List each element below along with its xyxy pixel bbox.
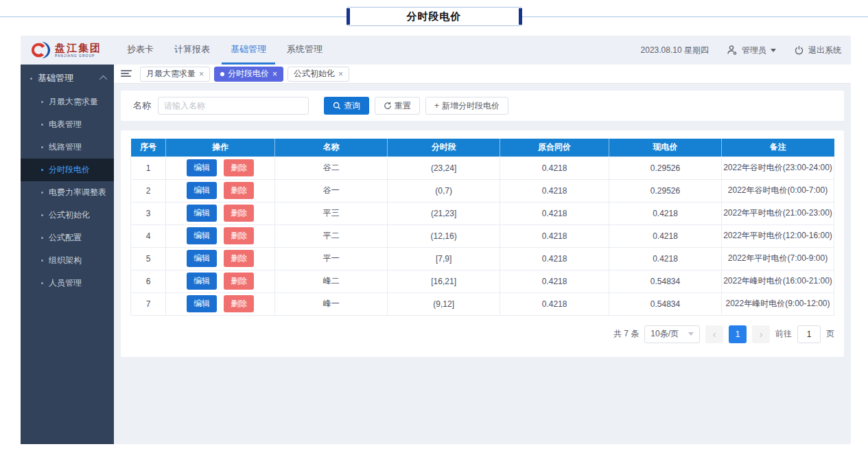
sidebar-item-label: 电表管理 bbox=[49, 119, 82, 130]
sidebar-item-formula-config[interactable]: 公式配置 bbox=[21, 227, 114, 249]
banner-bar-left bbox=[347, 8, 350, 25]
name-search-input[interactable] bbox=[158, 97, 309, 115]
page-size-select[interactable]: 10条/页 bbox=[644, 325, 700, 343]
col-name: 名称 bbox=[275, 139, 388, 157]
edit-button[interactable]: 编辑 bbox=[187, 205, 217, 222]
sidebar-item-label: 分时段电价 bbox=[49, 164, 90, 176]
query-button[interactable]: 查询 bbox=[324, 97, 369, 115]
sidebar-item-personnel-management[interactable]: 人员管理 bbox=[21, 272, 114, 294]
total-count: 共 7 条 bbox=[613, 328, 639, 340]
logout-button[interactable]: 退出系统 bbox=[794, 45, 841, 56]
tab-label: 分时段电价 bbox=[228, 68, 269, 80]
row-current-price: 0.4218 bbox=[609, 202, 722, 224]
tab-monthly-max-demand[interactable]: 月最大需求量 × bbox=[140, 67, 210, 82]
close-icon[interactable]: × bbox=[199, 69, 204, 79]
prev-page-button[interactable]: ‹ bbox=[705, 325, 723, 343]
active-dot-icon bbox=[220, 72, 224, 76]
tab-time-of-use-price[interactable]: 分时段电价 × bbox=[214, 67, 283, 82]
row-name: 谷一 bbox=[275, 179, 388, 202]
refresh-icon bbox=[384, 102, 392, 110]
delete-button[interactable]: 删除 bbox=[224, 295, 254, 312]
close-icon[interactable]: × bbox=[338, 69, 343, 79]
sidebar-group-basic-management[interactable]: 基础管理 bbox=[21, 66, 114, 91]
tab-label: 公式初始化 bbox=[294, 68, 335, 80]
close-icon[interactable]: × bbox=[272, 69, 277, 79]
plus-icon: + bbox=[434, 101, 439, 111]
row-remark: 2022年平时电价(7:00-9:00) bbox=[722, 247, 834, 270]
edit-button[interactable]: 编辑 bbox=[187, 227, 217, 244]
edit-button[interactable]: 编辑 bbox=[187, 159, 217, 176]
sidebar-item-formula-init[interactable]: 公式初始化 bbox=[21, 204, 114, 227]
user-name: 管理员 bbox=[742, 45, 766, 56]
main-area: 基础管理 月最大需求量 电表管理 线路管理 分时段电价 电费力率调整表 公式初始… bbox=[21, 65, 851, 444]
search-panel: 名称 查询 bbox=[121, 91, 844, 121]
caret-down-icon bbox=[688, 332, 694, 336]
row-actions: 编辑删除 bbox=[166, 179, 275, 202]
edit-button[interactable]: 编辑 bbox=[187, 182, 217, 199]
page-title: 分时段电价 bbox=[407, 10, 462, 23]
table-row: 1 编辑删除 谷二 (23,24] 0.4218 0.29526 2022年谷时… bbox=[131, 157, 834, 179]
row-remark: 2022年谷时电价(23:00-24:00) bbox=[722, 157, 834, 179]
edit-button[interactable]: 编辑 bbox=[187, 295, 217, 312]
delete-button[interactable]: 删除 bbox=[224, 182, 254, 199]
row-name: 峰一 bbox=[275, 292, 388, 315]
user-menu[interactable]: 管理员 bbox=[727, 45, 776, 56]
sidebar-item-meter-management[interactable]: 电表管理 bbox=[21, 113, 114, 136]
add-time-price-button[interactable]: + 新增分时段电价 bbox=[425, 97, 508, 115]
table-row: 6 编辑删除 峰二 [16,21] 0.4218 0.54834 2022年峰时… bbox=[131, 270, 834, 292]
bullet-dot-icon bbox=[41, 101, 43, 103]
sidebar-item-org-structure[interactable]: 组织架构 bbox=[21, 249, 114, 272]
sidebar-item-monthly-max-demand[interactable]: 月最大需求量 bbox=[21, 91, 114, 113]
delete-button[interactable]: 删除 bbox=[224, 227, 254, 244]
sidebar-item-line-management[interactable]: 线路管理 bbox=[21, 136, 114, 159]
bullet-dot-icon bbox=[41, 259, 43, 262]
chevron-up-icon bbox=[99, 76, 107, 83]
sidebar-item-power-factor-adjustment[interactable]: 电费力率调整表 bbox=[21, 181, 114, 204]
delete-button[interactable]: 删除 bbox=[224, 159, 254, 176]
next-page-button[interactable]: › bbox=[752, 325, 770, 343]
bullet-dot-icon bbox=[41, 124, 43, 126]
price-table: 序号 操作 名称 分时段 原合同价 现电价 备注 1 bbox=[130, 139, 834, 316]
delete-button[interactable]: 删除 bbox=[224, 205, 254, 222]
bullet-dot-icon bbox=[41, 169, 43, 171]
page-number-1[interactable]: 1 bbox=[729, 325, 747, 343]
banner-line-left bbox=[0, 16, 347, 17]
edit-button[interactable]: 编辑 bbox=[187, 250, 217, 267]
row-index: 4 bbox=[131, 224, 166, 247]
nav-system-management[interactable]: 系统管理 bbox=[278, 36, 331, 65]
bullet-dot-icon bbox=[41, 146, 43, 148]
nav-basic-management[interactable]: 基础管理 bbox=[222, 36, 275, 65]
sidebar-item-time-of-use-price[interactable]: 分时段电价 bbox=[21, 159, 114, 181]
nav-meter-card[interactable]: 抄表卡 bbox=[118, 36, 163, 65]
nav-calc-report[interactable]: 计算报表 bbox=[165, 36, 219, 65]
table-row: 3 编辑删除 平三 (21,23] 0.4218 0.4218 2022年平时电… bbox=[131, 202, 834, 224]
delete-button[interactable]: 删除 bbox=[224, 273, 254, 290]
delete-button[interactable]: 删除 bbox=[224, 250, 254, 267]
sidebar-item-label: 公式配置 bbox=[49, 232, 82, 244]
row-index: 1 bbox=[131, 157, 166, 179]
row-index: 2 bbox=[131, 179, 166, 202]
row-index: 6 bbox=[131, 270, 166, 292]
row-period: [16,21] bbox=[388, 270, 500, 292]
reset-button[interactable]: 重置 bbox=[375, 97, 420, 115]
nav-label: 系统管理 bbox=[287, 43, 322, 56]
tab-formula-init[interactable]: 公式初始化 × bbox=[288, 67, 349, 82]
collapse-menu-icon[interactable] bbox=[121, 70, 132, 78]
edit-button[interactable]: 编辑 bbox=[187, 273, 217, 290]
search-icon bbox=[333, 102, 341, 110]
header-right: 2023.08.10 星期四 管理员 bbox=[641, 36, 841, 65]
bullet-dot-icon bbox=[30, 78, 32, 80]
app-header: 盘江集团 PANJIANG GROUP 抄表卡 计算报表 基础管理 系统管理 2… bbox=[21, 36, 851, 65]
table-header-row: 序号 操作 名称 分时段 原合同价 现电价 备注 bbox=[131, 139, 834, 157]
sidebar: 基础管理 月最大需求量 电表管理 线路管理 分时段电价 电费力率调整表 公式初始… bbox=[21, 65, 114, 444]
logo: 盘江集团 PANJIANG GROUP bbox=[30, 36, 102, 65]
goto-page-input[interactable] bbox=[797, 325, 821, 343]
table-row: 7 编辑删除 峰一 (9,12] 0.4218 0.54834 2022年峰时电… bbox=[131, 292, 834, 315]
row-contract-price: 0.4218 bbox=[500, 202, 609, 224]
row-actions: 编辑删除 bbox=[166, 224, 275, 247]
row-remark: 2022年谷时电价(0:00-7:00) bbox=[722, 179, 834, 202]
sidebar-group-label: 基础管理 bbox=[38, 72, 73, 84]
tab-bar: 月最大需求量 × 分时段电价 × 公式初始化 × bbox=[114, 65, 851, 84]
col-index: 序号 bbox=[131, 139, 166, 157]
row-actions: 编辑删除 bbox=[166, 202, 275, 224]
